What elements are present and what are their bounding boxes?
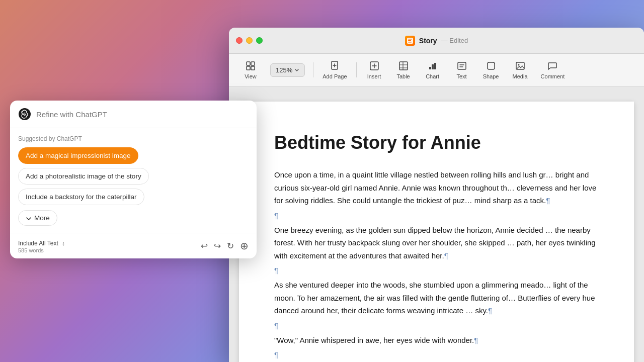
svg-rect-5 xyxy=(251,62,255,65)
zoom-value: 125% xyxy=(276,66,292,74)
suggestion-3[interactable]: Include a backstory for the caterpillar xyxy=(18,189,249,209)
add-button[interactable]: ⊕ xyxy=(240,241,249,251)
view-label: View xyxy=(245,73,257,79)
panel-body: Suggested by ChatGPT Add a magical impre… xyxy=(10,128,257,233)
toolbar: View 125% Add Page xyxy=(229,54,644,86)
suggested-label: Suggested by ChatGPT xyxy=(18,135,249,142)
document-page: Bedtime Story for Annie Once upon a time… xyxy=(239,102,634,362)
table-icon xyxy=(398,60,409,71)
svg-rect-19 xyxy=(432,64,434,69)
chart-label: Chart xyxy=(426,73,439,79)
text-toolbar-button[interactable]: Text xyxy=(448,57,475,82)
chart-icon xyxy=(427,60,438,71)
text-icon xyxy=(456,60,467,71)
minimize-button[interactable] xyxy=(246,37,253,44)
more-label: More xyxy=(34,214,50,222)
refresh-button[interactable]: ↻ xyxy=(227,242,234,250)
svg-rect-14 xyxy=(399,62,408,70)
svg-rect-20 xyxy=(434,63,436,69)
include-arrow-icon: ↕ xyxy=(62,240,65,246)
paragraph-1: Once upon a time, in a quaint little vil… xyxy=(274,168,599,207)
svg-rect-6 xyxy=(247,66,250,70)
chatgpt-panel: Suggested by ChatGPT Add a magical impre… xyxy=(10,101,257,258)
undo-button[interactable]: ↩ xyxy=(201,242,208,250)
comment-toolbar-button[interactable]: Comment xyxy=(536,57,570,82)
pilcrow-1: ¶ xyxy=(546,196,550,205)
include-text-area[interactable]: Include All Text ↕ 585 words xyxy=(18,238,65,253)
titlebar: Story — Edited xyxy=(229,28,644,54)
toolbar-divider-2 xyxy=(356,62,357,77)
comment-icon xyxy=(547,60,558,71)
pages-window: Story — Edited View 125% xyxy=(229,28,644,362)
paragraph-3: As she ventured deeper into the woods, s… xyxy=(274,279,599,317)
suggestion-2-text[interactable]: Add a photorealistic image of the story xyxy=(18,168,149,185)
comment-label: Comment xyxy=(541,73,565,79)
pilcrow-3: ¶ xyxy=(444,251,448,260)
word-count: 585 words xyxy=(18,247,65,253)
suggestion-3-text[interactable]: Include a backstory for the caterpillar xyxy=(18,189,144,205)
insert-label: Insert xyxy=(367,73,381,79)
traffic-lights xyxy=(236,37,263,44)
pilcrow-5: ¶ xyxy=(488,306,492,315)
panel-footer: Include All Text ↕ 585 words ↩ ↪ ↻ ⊕ xyxy=(10,233,257,258)
edited-indicator: — Edited xyxy=(441,37,468,44)
media-label: Media xyxy=(513,73,528,79)
include-text-label: Include All Text xyxy=(18,240,58,247)
pilcrow-7: ¶ xyxy=(474,336,478,344)
pilcrow-2: ¶ xyxy=(274,211,599,220)
more-button[interactable]: More xyxy=(18,210,57,226)
document-area: Bedtime Story for Annie Once upon a time… xyxy=(229,86,644,362)
shape-icon xyxy=(486,60,497,71)
shape-label: Shape xyxy=(483,73,499,79)
pilcrow-4: ¶ xyxy=(274,266,599,275)
media-toolbar-button[interactable]: Media xyxy=(507,57,534,82)
suggestion-1[interactable]: Add a magical impressionist image xyxy=(18,147,249,168)
insert-icon xyxy=(369,60,380,71)
add-page-toolbar-button[interactable]: Add Page xyxy=(317,57,352,82)
pilcrow-6: ¶ xyxy=(274,321,599,330)
view-toolbar-button[interactable]: View xyxy=(237,57,264,82)
svg-rect-1 xyxy=(408,39,412,40)
view-icon xyxy=(245,60,256,71)
svg-rect-18 xyxy=(429,67,431,69)
zoom-control[interactable]: 125% xyxy=(270,63,305,77)
title-area: Story — Edited xyxy=(405,36,468,46)
chatgpt-logo-icon xyxy=(18,108,31,121)
app-icon xyxy=(405,36,415,46)
chevron-down-icon xyxy=(294,67,299,72)
suggestion-2[interactable]: Add a photorealistic image of the story xyxy=(18,168,249,189)
close-button[interactable] xyxy=(236,37,243,44)
redo-button[interactable]: ↪ xyxy=(214,242,221,250)
shape-toolbar-button[interactable]: Shape xyxy=(477,57,505,82)
paragraph-4: "Wow," Annie whispered in awe, her eyes … xyxy=(274,334,599,347)
chevron-down-icon xyxy=(26,215,32,221)
text-label: Text xyxy=(456,73,466,79)
svg-rect-24 xyxy=(488,62,495,69)
table-label: Table xyxy=(396,73,410,79)
table-toolbar-button[interactable]: Table xyxy=(390,57,417,82)
pilcrow-8: ¶ xyxy=(274,350,599,359)
panel-search-area xyxy=(10,101,257,128)
suggestion-1-text[interactable]: Add a magical impressionist image xyxy=(18,147,138,164)
window-title: Story xyxy=(419,37,437,45)
svg-rect-7 xyxy=(251,66,255,70)
svg-rect-3 xyxy=(408,42,412,43)
add-page-icon xyxy=(329,60,340,71)
chatgpt-search-input[interactable] xyxy=(36,110,249,119)
media-icon xyxy=(515,60,526,71)
svg-rect-4 xyxy=(247,62,250,65)
svg-point-26 xyxy=(518,64,519,66)
svg-rect-2 xyxy=(408,40,411,41)
footer-actions: ↩ ↪ ↻ ⊕ xyxy=(201,241,249,251)
document-title: Bedtime Story for Annie xyxy=(274,132,599,153)
svg-rect-21 xyxy=(458,62,466,69)
add-page-label: Add Page xyxy=(323,73,347,79)
paragraph-2: One breezy evening, as the golden sun di… xyxy=(274,224,599,262)
toolbar-divider-1 xyxy=(313,62,313,77)
chart-toolbar-button[interactable]: Chart xyxy=(419,57,446,82)
fullscreen-button[interactable] xyxy=(256,37,263,44)
insert-toolbar-button[interactable]: Insert xyxy=(361,57,388,82)
